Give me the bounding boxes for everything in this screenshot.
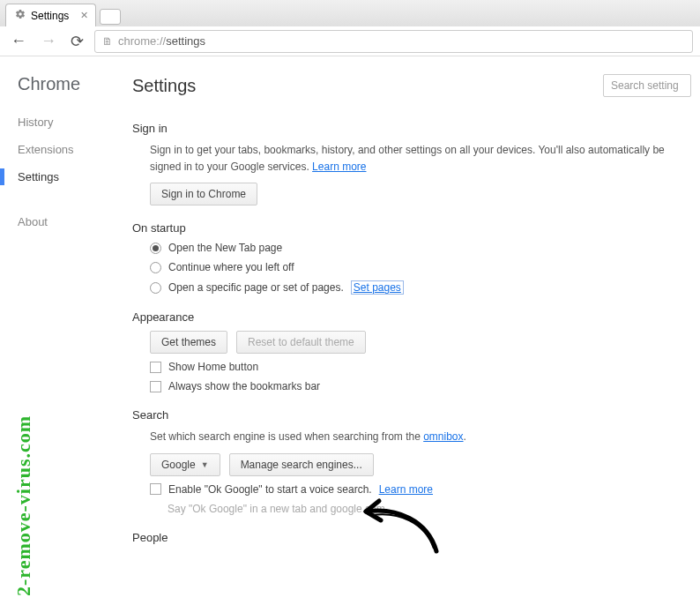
show-bookmarks-checkbox[interactable]: Always show the bookmarks bar (150, 380, 691, 392)
browser-toolbar: ← → ⟳ 🗎 chrome://settings (0, 26, 700, 56)
section-people-heading: People (132, 531, 691, 544)
okgoogle-learn-more-link[interactable]: Learn more (379, 483, 433, 496)
radio-icon (150, 243, 161, 254)
page-header: Settings Search setting (132, 74, 691, 97)
address-bar[interactable]: 🗎 chrome://settings (94, 30, 693, 53)
url-scheme: chrome:// (118, 34, 166, 48)
tab-strip: Settings ✕ (0, 0, 700, 26)
new-tab-button[interactable] (100, 9, 121, 25)
set-pages-link[interactable]: Set pages (351, 280, 404, 295)
signin-description: Sign in to get your tabs, bookmarks, his… (150, 142, 691, 176)
gear-icon (15, 9, 26, 22)
checkbox-icon (150, 483, 161, 495)
signin-button[interactable]: Sign in to Chrome (150, 183, 257, 205)
reload-button[interactable]: ⟳ (67, 30, 87, 53)
sidebar-item-settings[interactable]: Settings (18, 170, 132, 183)
section-signin-heading: Sign in (132, 122, 691, 135)
section-search-heading: Search (132, 408, 691, 422)
content-area: Settings Search setting Sign in Sign in … (132, 56, 700, 605)
startup-option-newtab[interactable]: Open the New Tab page (150, 242, 691, 254)
search-engine-dropdown[interactable]: Google ▼ (150, 453, 220, 476)
omnibox-link[interactable]: omnibox (423, 430, 463, 443)
ok-google-hint: Say "Ok Google" in a new tab and google.… (168, 503, 691, 515)
startup-option-continue[interactable]: Continue where you left off (150, 261, 691, 273)
reset-theme-button[interactable]: Reset to default theme (236, 331, 366, 354)
sidebar: Chrome History Extensions Settings About (0, 56, 132, 605)
radio-icon (150, 262, 161, 273)
brand-title: Chrome (18, 74, 132, 94)
search-description: Set which search engine is used when sea… (150, 429, 691, 445)
ok-google-checkbox[interactable]: Enable "Ok Google" to start a voice sear… (150, 483, 691, 496)
sidebar-item-history[interactable]: History (18, 116, 132, 129)
checkbox-icon (150, 381, 161, 392)
radio-icon (150, 282, 161, 294)
show-home-checkbox[interactable]: Show Home button (150, 361, 691, 373)
checkbox-icon (150, 362, 161, 373)
sidebar-item-about[interactable]: About (18, 215, 132, 228)
back-button[interactable]: ← (7, 30, 30, 52)
section-startup-heading: On startup (132, 221, 691, 235)
signin-learn-more-link[interactable]: Learn more (312, 161, 366, 173)
page-title: Settings (132, 76, 196, 96)
forward-button[interactable]: → (37, 30, 60, 52)
main-layout: Chrome History Extensions Settings About… (0, 56, 700, 605)
manage-search-engines-button[interactable]: Manage search engines... (229, 453, 374, 476)
sidebar-item-extensions[interactable]: Extensions (18, 143, 132, 156)
close-icon[interactable]: ✕ (80, 10, 88, 21)
startup-option-specific[interactable]: Open a specific page or set of pages. Se… (150, 280, 691, 295)
section-appearance-heading: Appearance (132, 310, 691, 324)
chevron-down-icon: ▼ (201, 460, 209, 469)
browser-tab[interactable]: Settings ✕ (5, 4, 96, 26)
page-icon: 🗎 (102, 35, 113, 48)
get-themes-button[interactable]: Get themes (150, 331, 227, 354)
tab-title: Settings (31, 10, 69, 22)
url-path: settings (166, 34, 205, 48)
search-settings-input[interactable]: Search setting (603, 74, 691, 97)
